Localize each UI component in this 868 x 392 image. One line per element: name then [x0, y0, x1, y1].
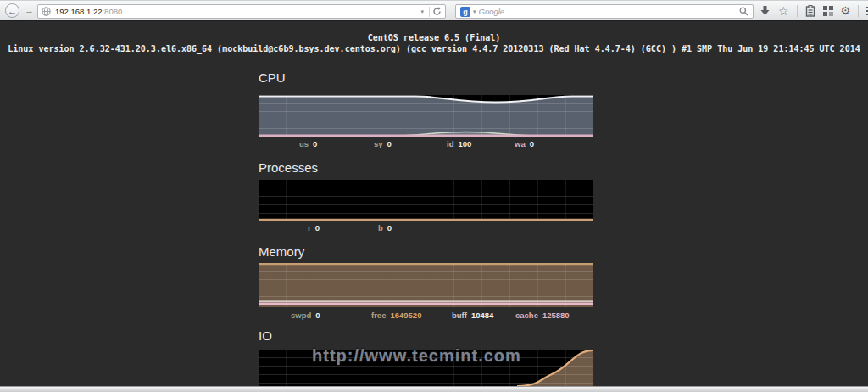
- memory-chart: [259, 263, 593, 307]
- tecmint-watermark: http://www.tecmint.com: [312, 346, 521, 366]
- search-magnifier-icon[interactable]: [739, 7, 748, 16]
- processes-chart: [259, 180, 593, 221]
- processes-stats-row: r0 b0: [259, 223, 593, 233]
- proc-stat-r: r0: [308, 223, 320, 232]
- url-divider: [429, 7, 430, 17]
- memory-section-title: Memory: [259, 244, 304, 259]
- url-bar[interactable]: 192.168.1.22:8080 ▾: [37, 4, 446, 19]
- site-globe-icon[interactable]: [42, 7, 51, 16]
- processes-section-title: Processes: [259, 160, 318, 175]
- cpu-section-title: CPU: [259, 70, 286, 85]
- proc-stat-b: b0: [378, 223, 392, 232]
- mem-stat-cache: cache125880: [515, 311, 570, 320]
- url-port: :8080: [102, 7, 122, 16]
- os-release-line: CentOS release 6.5 (Final): [0, 33, 868, 42]
- reload-icon[interactable]: [432, 7, 442, 16]
- url-host: 192.168.1.22: [55, 7, 102, 16]
- toolbar-separator: [797, 5, 798, 17]
- cpu-stat-id: id100: [447, 139, 471, 148]
- cpu-stat-us: us0: [299, 139, 317, 148]
- kernel-version-line: Linux version 2.6.32-431.20.3.el6.x86_64…: [0, 44, 868, 53]
- cpu-chart: [259, 95, 593, 137]
- browser-toolbar: ← → 192.168.1.22:8080 ▾ g ▾: [0, 0, 868, 21]
- forward-button[interactable]: →: [22, 3, 36, 18]
- cpu-stats-row: us0 sy0 id100 wa0: [259, 139, 593, 149]
- cpu-stat-sy: sy0: [374, 139, 392, 148]
- mem-stat-buff: buff10484: [452, 311, 493, 320]
- processes-chart-lines: [259, 180, 593, 221]
- search-engine-icon[interactable]: g: [460, 7, 470, 17]
- page-content: CentOS release 6.5 (Final) Linux version…: [0, 21, 868, 386]
- back-button[interactable]: ←: [5, 3, 19, 18]
- download-icon[interactable]: [760, 5, 771, 16]
- bookmarks-menu-icon[interactable]: [805, 5, 815, 17]
- search-bar[interactable]: g ▾: [455, 4, 754, 19]
- browser-window: ← → 192.168.1.22:8080 ▾ g ▾: [0, 0, 868, 392]
- cpu-chart-lines: [259, 95, 593, 137]
- search-input[interactable]: [479, 6, 739, 17]
- toolbar-icon-cluster: ☆ ⚙: [760, 1, 868, 20]
- bookmark-star-icon[interactable]: ☆: [778, 5, 789, 17]
- mem-stat-swpd: swpd0: [291, 311, 320, 320]
- bottom-status-strip: [0, 386, 868, 392]
- memory-stats-row: swpd0 free1649520 buff10484 cache125880: [259, 311, 593, 321]
- gear-icon[interactable]: ⚙: [841, 5, 851, 16]
- io-section-title: IO: [259, 328, 272, 343]
- url-text[interactable]: 192.168.1.22:8080: [55, 7, 418, 16]
- tab-groups-icon[interactable]: [823, 6, 833, 16]
- search-engine-dropdown-icon[interactable]: ▾: [470, 8, 479, 15]
- url-dropdown-icon[interactable]: ▾: [418, 8, 426, 15]
- mem-stat-free: free1649520: [371, 311, 421, 320]
- memory-chart-lines: [259, 263, 593, 307]
- cpu-stat-wa: wa0: [515, 139, 534, 148]
- toolbar-separator: [858, 5, 859, 17]
